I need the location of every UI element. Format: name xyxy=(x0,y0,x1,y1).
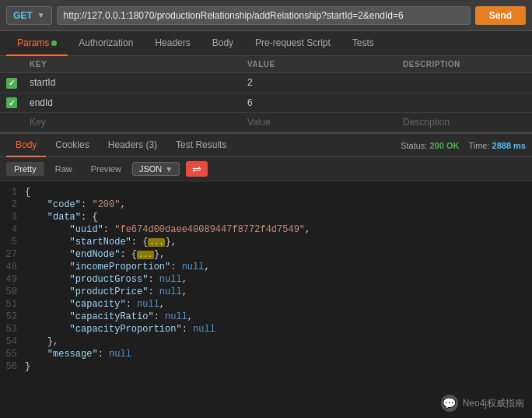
key-placeholder[interactable]: Key xyxy=(23,113,241,132)
time-label: Time: 2888 ms xyxy=(468,141,526,150)
raw-button[interactable]: Raw xyxy=(47,162,80,176)
code-line: 2 "code": "200", xyxy=(0,198,532,211)
status-area: Status: 200 OK Time: 2888 ms xyxy=(401,141,526,150)
desc-placeholder[interactable]: Description xyxy=(397,113,532,132)
col-header-value: VALUE xyxy=(241,56,397,73)
collapsed-badge[interactable]: ... xyxy=(137,251,154,259)
status-value: 200 OK xyxy=(429,141,459,150)
method-select[interactable]: GET ▼ xyxy=(6,6,52,25)
tab-params[interactable]: Params xyxy=(6,31,68,56)
code-line: 48 "incomeProportion": null, xyxy=(0,261,532,273)
url-bar: GET ▼ Send xyxy=(0,0,532,31)
code-line: 27 "endNode": {...}, xyxy=(0,248,532,261)
wrap-button[interactable]: ⇌ xyxy=(186,161,208,177)
tab-test-results[interactable]: Test Results xyxy=(166,134,236,157)
params-dot xyxy=(51,40,57,46)
watermark-text: Neo4j权威指南 xyxy=(463,397,524,410)
code-line: 56 } xyxy=(0,360,532,373)
tab-authorization[interactable]: Authorization xyxy=(68,31,144,56)
code-line: 55 "message": null xyxy=(0,348,532,360)
method-label: GET xyxy=(13,10,33,21)
desc-endid xyxy=(397,93,532,113)
table-row: endId 6 xyxy=(0,93,532,113)
code-line: 5 "startNode": {...}, xyxy=(0,236,532,248)
col-header-key: KEY xyxy=(23,56,241,73)
status-label: Status: 200 OK xyxy=(401,141,459,150)
value-placeholder[interactable]: Value xyxy=(241,113,397,132)
preview-button[interactable]: Preview xyxy=(83,162,129,176)
pretty-button[interactable]: Pretty xyxy=(6,162,44,176)
checkbox-endid[interactable] xyxy=(6,97,17,108)
value-startid: 2 xyxy=(241,73,397,93)
code-line: 52 "capacityRatio": null, xyxy=(0,311,532,323)
code-line: 1 { xyxy=(0,186,532,198)
send-button[interactable]: Send xyxy=(475,6,526,25)
wechat-icon: 💬 xyxy=(441,395,458,412)
params-table: KEY VALUE DESCRIPTION startId 2 endId 6 … xyxy=(0,56,532,132)
tab-headers[interactable]: Headers xyxy=(144,31,201,56)
request-tabs: Params Authorization Headers Body Pre-re… xyxy=(0,31,532,56)
code-line: 51 "capacity": null, xyxy=(0,298,532,311)
col-header-check xyxy=(0,56,23,73)
code-line: 3 "data": { xyxy=(0,211,532,223)
code-line: 4 "uuid": "fe674d00daee40089447f8772f4d7… xyxy=(0,223,532,236)
json-format-select[interactable]: JSON ▼ xyxy=(132,162,180,176)
table-row-empty: Key Value Description xyxy=(0,113,532,132)
code-line: 49 "productGross": null, xyxy=(0,273,532,286)
url-input[interactable] xyxy=(57,6,471,25)
time-value: 2888 ms xyxy=(492,141,526,150)
format-row: Pretty Raw Preview JSON ▼ ⇌ xyxy=(0,157,532,181)
code-line: 54 }, xyxy=(0,335,532,348)
json-chevron-icon: ▼ xyxy=(165,165,173,174)
method-chevron-icon: ▼ xyxy=(37,11,45,19)
table-row: startId 2 xyxy=(0,73,532,93)
tab-tests[interactable]: Tests xyxy=(341,31,385,56)
key-startid: startId xyxy=(23,73,241,93)
checkbox-startid[interactable] xyxy=(6,78,17,89)
watermark: 💬 Neo4j权威指南 xyxy=(441,395,524,412)
tab-headers-response[interactable]: Headers (3) xyxy=(99,134,166,157)
col-header-description: DESCRIPTION xyxy=(397,56,532,73)
tab-body[interactable]: Body xyxy=(201,31,244,56)
code-area: 1 { 2 "code": "200", 3 "data": { 4 "uuid… xyxy=(0,181,532,418)
value-endid: 6 xyxy=(241,93,397,113)
tab-pre-request[interactable]: Pre-request Script xyxy=(244,31,341,56)
code-line: 50 "productPrice": null, xyxy=(0,286,532,298)
key-endid: endId xyxy=(23,93,241,113)
code-line: 53 "capacityProportion": null xyxy=(0,323,532,335)
response-tabs: Body Cookies Headers (3) Test Results St… xyxy=(0,132,532,157)
tab-body-response[interactable]: Body xyxy=(6,134,46,157)
collapsed-badge[interactable]: ... xyxy=(148,238,165,247)
tab-cookies[interactable]: Cookies xyxy=(46,134,98,157)
desc-startid xyxy=(397,73,532,93)
